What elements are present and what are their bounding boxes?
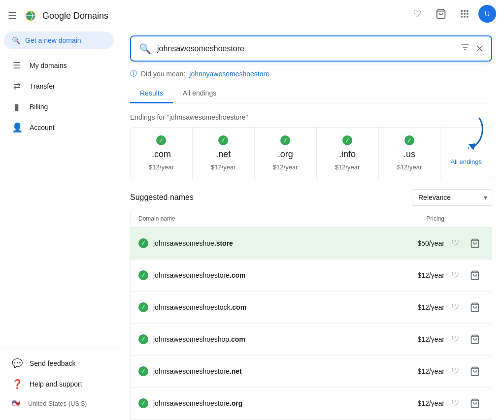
main-search-close-icon[interactable]: ✕ xyxy=(476,43,483,54)
sidebar-item-help-support[interactable]: ❓ Help and support xyxy=(0,374,118,394)
table-row[interactable]: ✓ johnsawesomeshoe.store $50/year ♡ xyxy=(131,227,492,259)
sidebar-item-account-label: Account xyxy=(30,124,55,131)
domain-price: $12/year xyxy=(385,399,444,407)
org-price: $12/year xyxy=(273,163,298,171)
add-to-cart-button[interactable] xyxy=(466,298,484,316)
sort-select[interactable]: Relevance Price (low to high) Price (hig… xyxy=(412,189,492,206)
add-to-cart-button[interactable] xyxy=(466,266,484,284)
row-available-icon: ✓ xyxy=(138,366,148,376)
add-to-cart-button[interactable] xyxy=(466,234,484,252)
save-domain-button[interactable]: ♡ xyxy=(446,394,464,412)
com-available-icon: ✓ xyxy=(156,135,166,145)
row-actions: ♡ xyxy=(444,266,484,284)
table-header: Domain name Pricing xyxy=(131,210,492,227)
flag-icon: 🇺🇸 xyxy=(12,399,20,407)
row-actions: ♡ xyxy=(444,394,484,412)
domain-name-cell: ✓ johnsawesomeshoeshop.com xyxy=(138,334,385,344)
domain-price: $12/year xyxy=(385,335,444,343)
domain-name-cell: ✓ johnsawesomeshoestock.com xyxy=(138,302,385,312)
logo[interactable]: Google Domains xyxy=(23,8,108,24)
topbar: ♡ U xyxy=(236,0,504,28)
svg-rect-8 xyxy=(467,13,468,14)
table-row[interactable]: ✓ johnsawesomeshoestore.org $12/year ♡ xyxy=(131,388,492,420)
saved-button[interactable]: ♡ xyxy=(407,4,427,24)
add-to-cart-button[interactable] xyxy=(466,362,484,380)
domain-text: johnsawesomeshoestore.net xyxy=(153,367,242,375)
filter-icon[interactable] xyxy=(460,42,470,55)
apps-button[interactable] xyxy=(455,4,474,24)
row-actions: ♡ xyxy=(444,234,484,252)
row-available-icon: ✓ xyxy=(138,238,148,248)
svg-rect-6 xyxy=(461,13,463,14)
all-endings-label: All endings xyxy=(450,158,482,165)
sidebar-item-billing-label: Billing xyxy=(30,103,48,111)
ending-info[interactable]: ✓ .info $12/year xyxy=(317,128,379,179)
sidebar-header: ☰ Google Domains xyxy=(0,4,118,32)
sidebar-item-help-support-label: Help and support xyxy=(30,380,82,388)
ending-org[interactable]: ✓ .org $12/year xyxy=(255,128,317,179)
sidebar-item-locale-label: United States (US $) xyxy=(28,400,87,407)
sidebar-item-my-domains[interactable]: ☰ My domains xyxy=(0,55,112,76)
sidebar-item-transfer[interactable]: ⇄ Transfer xyxy=(0,76,112,97)
sidebar: ☰ Google Domains 🔍 Get a new domain ☰ My… xyxy=(0,0,118,420)
did-you-mean-link[interactable]: johnnyawesomeshoestore xyxy=(189,70,269,78)
my-domains-icon: ☰ xyxy=(12,60,22,71)
sidebar-item-send-feedback-label: Send feedback xyxy=(30,359,75,367)
ending-us[interactable]: ✓ .us $12/year xyxy=(379,128,441,179)
add-to-cart-button[interactable] xyxy=(466,330,484,348)
sidebar-item-billing[interactable]: ▮ Billing xyxy=(0,97,112,117)
tab-results[interactable]: Results xyxy=(130,84,173,103)
svg-rect-3 xyxy=(461,10,463,12)
table-row[interactable]: ✓ johnsawesomeshoestore.net $12/year ♡ xyxy=(131,355,492,388)
feedback-icon: 💬 xyxy=(12,358,22,369)
cart-add-icon xyxy=(470,366,480,376)
sidebar-nav: ☰ My domains ⇄ Transfer ▮ Billing 👤 Acco… xyxy=(0,53,118,349)
hamburger-icon[interactable]: ☰ xyxy=(8,10,17,22)
info-price: $12/year xyxy=(335,163,360,171)
row-available-icon: ✓ xyxy=(138,302,148,312)
sidebar-search[interactable]: 🔍 Get a new domain xyxy=(4,32,114,49)
suggested-title: Suggested names xyxy=(130,193,194,202)
sort-select-wrapper: Relevance Price (low to high) Price (hig… xyxy=(412,189,492,206)
org-available-icon: ✓ xyxy=(280,135,290,145)
save-domain-button[interactable]: ♡ xyxy=(446,330,464,348)
add-to-cart-button[interactable] xyxy=(466,394,484,412)
all-endings-arrow-icon: → xyxy=(461,141,471,154)
cart-button[interactable] xyxy=(431,4,451,24)
info-ext: .info xyxy=(339,149,356,160)
ending-com[interactable]: ✓ .com $12/year xyxy=(131,128,193,179)
save-domain-button[interactable]: ♡ xyxy=(446,298,464,316)
save-domain-button[interactable]: ♡ xyxy=(446,234,464,252)
cart-add-icon xyxy=(470,398,480,408)
svg-rect-11 xyxy=(467,16,468,17)
ending-net[interactable]: ✓ .net $12/year xyxy=(193,128,255,179)
sidebar-item-account[interactable]: 👤 Account xyxy=(0,117,112,138)
table-row[interactable]: ✓ johnsawesomeshoestock.com $12/year ♡ xyxy=(131,291,492,323)
save-domain-button[interactable]: ♡ xyxy=(446,266,464,284)
us-ext: .us xyxy=(403,149,415,160)
sidebar-search-label: Get a new domain xyxy=(25,36,81,44)
domain-text: johnsawesomeshoestore.org xyxy=(153,399,242,407)
info-icon: ⓘ xyxy=(130,69,137,78)
user-avatar[interactable]: U xyxy=(478,5,496,23)
table-row[interactable]: ✓ johnsawesomeshoestore.com $12/year ♡ xyxy=(131,259,492,291)
svg-rect-4 xyxy=(464,10,465,12)
save-domain-button[interactable]: ♡ xyxy=(446,362,464,380)
sidebar-item-send-feedback[interactable]: 💬 Send feedback xyxy=(0,353,118,374)
org-ext: .org xyxy=(278,149,293,160)
google-domains-logo-icon xyxy=(23,8,38,24)
main-search-input[interactable] xyxy=(157,44,454,53)
sidebar-item-locale[interactable]: 🇺🇸 United States (US $) xyxy=(0,394,118,412)
cart-add-icon xyxy=(470,270,480,280)
table-row[interactable]: ✓ johnsawesomeshoeshop.com $12/year ♡ xyxy=(131,323,492,355)
all-endings-button[interactable]: → All endings xyxy=(440,128,492,179)
domain-text: johnsawesomeshoeshop.com xyxy=(153,335,245,343)
domain-text: johnsawesomeshoestore.com xyxy=(153,271,246,279)
sidebar-search-icon: 🔍 xyxy=(12,36,20,44)
cart-add-icon xyxy=(470,302,480,312)
tab-all-endings[interactable]: All endings xyxy=(173,84,227,103)
svg-rect-9 xyxy=(461,16,463,17)
domain-text: johnsawesomeshoe.store xyxy=(153,239,233,247)
main-search-icon: 🔍 xyxy=(139,43,151,55)
domain-price: $50/year xyxy=(385,239,444,247)
